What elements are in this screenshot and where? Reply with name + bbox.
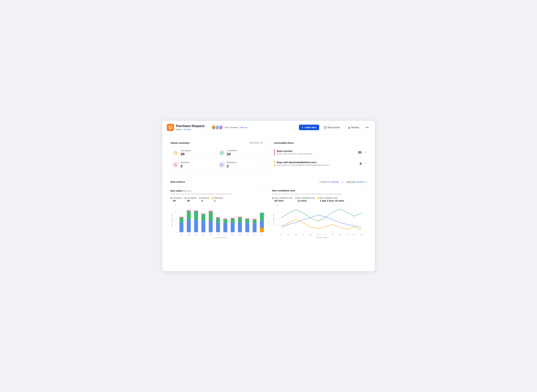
svg-rect-54 [223,223,227,232]
svg-text:Dec: Dec [360,234,363,236]
actionable-item-deactivated: Steps with deactivated/deleted users Sho… [274,158,366,169]
item-metrics-section: Item metrics Created in 6 Months Last Mo… [167,178,370,243]
svg-rect-38 [180,217,183,218]
svg-text:Jul: Jul [224,234,227,236]
rejected-text: Rejected 2 [181,161,212,168]
main-content: Status summary Total items: 59 In [162,134,375,247]
status-cell-withdrawn[interactable]: Withdrawn 2 › [217,159,263,171]
status-grid: In progress 35 › [171,147,263,171]
inprogress-count: 35 [181,152,212,156]
created-in-select-wrap[interactable]: 6 Months Last Month 3 Months 1 Year All … [330,181,343,183]
reports-button[interactable]: Reports [345,125,362,130]
svg-text:Aug: Aug [331,234,334,236]
svg-rect-55 [223,219,227,223]
svg-rect-44 [194,210,198,211]
item-status-chart-panel: Item status (Monthly) ⛶ Shows the curren… [167,186,269,243]
svg-rect-1 [170,126,171,128]
legend-max-completion: Max completion time 1 day 2 hour 10 mins [318,197,344,202]
completion-time-expand-icon[interactable]: ⛶ [364,189,366,192]
item-status-period: (Monthly) [183,190,191,192]
withdrawn-icon-wrap [219,162,225,168]
view-all-button[interactable]: View all [240,126,247,129]
legend-rejected: Rejected 0 [199,197,209,202]
item-status-chart-header: Item status (Monthly) ⛶ [171,189,265,192]
svg-text:43: 43 [175,224,177,226]
new-item-button[interactable]: + + New item [299,125,319,130]
legend-value-withdrawn: 1 [214,199,223,202]
inprogress-icon [174,151,177,154]
edit-process-button[interactable]: Edit process [321,125,343,130]
status-cell-completed[interactable]: Completed 20 › [217,147,263,159]
svg-text:Jun: Jun [316,234,319,236]
svg-text:Item status (nos): Item status (nos) [171,213,173,226]
svg-text:Mar: Mar [294,234,297,236]
breadcrumb-separator: › [182,128,183,131]
svg-rect-68 [253,219,257,220]
item-status-expand-icon[interactable]: ⛶ [262,189,265,192]
svg-text:Apr: Apr [202,234,205,236]
svg-text:Jun: Jun [217,234,219,236]
breadcrumb-home[interactable]: Home [176,128,182,131]
reports-icon [348,126,350,129]
completion-time-chart-header: Item completion time ⛶ [272,189,367,192]
svg-rect-58 [231,219,235,223]
legend-inprogress: Inprogress 24 [171,197,182,202]
more-options-button[interactable]: ••• [364,124,370,131]
actionable-header: Actionable items [274,141,366,144]
edit-process-label: Edit process [328,126,340,129]
svg-rect-41 [187,210,191,211]
svg-rect-40 [187,211,191,219]
legend-min-completion: Min completion time 12 mins [295,197,315,202]
legend-value-min: 12 mins [298,199,315,202]
svg-text:Jan: Jan [280,234,282,236]
svg-rect-56 [223,219,227,219]
withdrawn-text: Withdrawn 2 [227,161,258,168]
svg-text:May: May [209,234,212,236]
svg-rect-46 [201,215,205,221]
completed-chevron: › [260,151,261,154]
status-cell-rejected[interactable]: Rejected 2 › [171,159,217,171]
svg-text:May: May [309,234,312,236]
aggregate-select-wrap[interactable]: Monthly Daily Weekly [357,181,366,183]
metrics-title: Item metrics [171,181,185,183]
withdrawn-label: Withdrawn [227,161,258,164]
deactivated-count: 0 [360,162,361,166]
item-status-subtitle: Shows the current status of the items cr… [171,193,265,195]
actionable-title: Actionable items [274,141,294,144]
members-area: 130+ members View all [211,125,247,130]
legend-value-max: 1 day 2 hour 10 mins [320,199,344,202]
status-cell-inprogress[interactable]: In progress 35 › [171,147,217,159]
svg-rect-42 [194,219,198,232]
completed-icon-wrap [219,150,225,156]
breadcrumb-current: Reports [184,128,191,131]
overdue-count: 35 [358,151,361,154]
header-title-area: Purchase Request Home › Reports [176,124,204,131]
svg-rect-50 [209,211,213,212]
withdrawn-count: 2 [227,164,258,168]
legend-dot-completed [185,197,186,199]
edit-process-icon [324,126,326,129]
actionable-item-overdue: Steps overdue Shows steps that have cros… [274,147,366,158]
item-status-chart-svg-wrap: 172 129 86 43 0 Item status (nos) [171,203,265,240]
svg-rect-61 [238,218,242,222]
svg-rect-67 [253,220,257,223]
rejected-icon [174,163,177,166]
legend-completed: Completed 35 [185,197,197,202]
legend-label-withdrawn: Withdrawn [214,197,223,199]
svg-rect-64 [245,219,249,223]
created-in-select[interactable]: 6 Months Last Month 3 Months 1 Year All … [330,181,343,183]
svg-text:Duration (Days): Duration (Days) [214,237,227,238]
legend-label-completed: Completed [187,197,197,199]
rejected-count: 2 [181,164,212,168]
svg-rect-0 [169,126,172,129]
item-status-title-area: Item status (Monthly) [171,189,191,192]
deactivated-desc: Shows steps currently assigned to deacti… [276,164,358,166]
aggregate-select[interactable]: Monthly Daily Weekly [357,181,366,183]
aggregate-control: Aggregate Monthly Daily Weekly [346,181,366,183]
overdue-external-icon[interactable]: ↗ [365,151,366,154]
svg-rect-15 [348,128,348,129]
item-status-title: Item status [171,189,183,192]
reports-label: Reports [351,126,359,129]
deactivated-external-icon[interactable]: ↗ [365,162,366,165]
breadcrumb: Home › Reports [176,128,204,131]
